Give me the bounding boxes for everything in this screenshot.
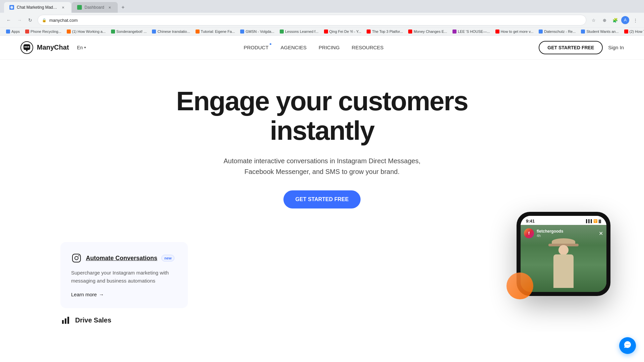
refresh-button[interactable]: ↻ (25, 15, 35, 25)
back-button[interactable]: ← (4, 15, 13, 25)
bookmark-10[interactable]: Money Changes E... (406, 29, 449, 34)
story-close-button[interactable]: ✕ (599, 230, 603, 237)
bookmark-apps[interactable]: Apps (4, 29, 22, 34)
svg-rect-9 (65, 318, 66, 324)
profile-button[interactable]: A (621, 16, 629, 24)
nav-pricing-label: PRICING (319, 45, 340, 50)
phone-mockup-container: 9:41 ▐▐▐ 🛜 ▓ (517, 212, 617, 296)
new-tab-button[interactable]: + (118, 3, 128, 12)
bookmark-6[interactable]: GMSN - Volgda... (238, 29, 276, 34)
tab-close-inactive[interactable]: ✕ (107, 5, 112, 10)
bookmark-13-icon (539, 29, 543, 34)
nav-product[interactable]: PRODUCT (244, 45, 268, 50)
wifi-icon: 🛜 (593, 219, 597, 223)
bookmark-7-label: Lessons Learned f... (285, 29, 319, 34)
svg-point-7 (78, 255, 79, 256)
bookmark-apps-icon (6, 29, 10, 34)
card-title-automate[interactable]: Automate Conversations (86, 255, 157, 262)
bookmark-11[interactable]: LEE 'S HOUSE—... (450, 29, 492, 34)
phone-screen: 9:41 ▐▐▐ 🛜 ▓ (521, 216, 606, 292)
bookmark-5-icon (196, 29, 200, 34)
lang-selector[interactable]: En ▾ (74, 44, 89, 52)
bookmark-10-label: Money Changes E... (414, 29, 447, 34)
hero-section: Engage your customers instantly Automate… (0, 60, 644, 222)
bookmark-star[interactable]: ☆ (589, 15, 598, 25)
forward-button[interactable]: → (15, 15, 24, 25)
lang-chevron: ▾ (84, 46, 86, 49)
bookmark-1-icon (25, 29, 29, 34)
card-badge-new: new (161, 255, 174, 261)
card-description-automate: Supercharge your Instagram marketing wit… (71, 269, 177, 285)
svg-rect-5 (72, 254, 80, 262)
bookmark-15[interactable]: (2) How To Add ... (622, 29, 644, 34)
bookmark-5-label: Tutorial: Eigene Fa... (201, 29, 235, 34)
bookmark-1-label: Phone Recycling... (31, 29, 61, 34)
tab-title-active: Chat Marketing Made Easy w... (17, 5, 58, 10)
address-bar-row: ← → ↻ 🔒 manychat.com ☆ ⊕ 🧩 A ⋮ (0, 13, 644, 27)
address-bar[interactable]: 🔒 manychat.com (38, 15, 586, 25)
tab-title-inactive: Dashboard (85, 5, 104, 10)
website-content: ManyChat En ▾ PRODUCT AGENCIES PRICING R… (0, 36, 644, 332)
tab-active[interactable]: Chat Marketing Made Easy w... ✕ (4, 2, 71, 13)
bookmark-3-label: Sonderangebot! ... (116, 29, 147, 34)
logo-icon (20, 41, 34, 54)
bookmark-5[interactable]: Tutorial: Eigene Fa... (194, 29, 237, 34)
bookmark-4-label: Chinese translatio... (157, 29, 190, 34)
svg-point-4 (28, 46, 29, 48)
bookmark-9[interactable]: The Top 3 Platfor... (365, 29, 405, 34)
menu-button[interactable]: ⋮ (631, 15, 640, 25)
bookmark-13-label: Datenschutz - Re... (544, 29, 576, 34)
bookmark-8-icon (324, 29, 328, 34)
learn-more-text: Learn more (71, 292, 97, 297)
bookmark-1[interactable]: Phone Recycling... (23, 29, 63, 34)
story-username: fletchergoods (537, 229, 563, 234)
nav-agencies-label: AGENCIES (281, 45, 307, 50)
bookmark-2[interactable]: (1) How Working a... (65, 29, 108, 34)
bookmark-6-icon (240, 29, 244, 34)
signal-icon: ▐▐▐ (585, 219, 592, 223)
bookmark-8[interactable]: Qing Fei De Yi - Y... (322, 29, 364, 34)
bookmark-3[interactable]: Sonderangebot! ... (109, 29, 149, 34)
phone-time: 9:41 (526, 219, 535, 224)
bookmark-3-icon (111, 29, 115, 34)
bookmark-6-label: GMSN - Volgda... (246, 29, 274, 34)
nav-get-started-button[interactable]: GET STARTED FREE (539, 41, 603, 54)
nav-resources[interactable]: RESOURCES (352, 45, 384, 50)
nav-sign-in-button[interactable]: Sign In (608, 45, 624, 50)
bookmark-12[interactable]: How to get more v... (493, 29, 536, 34)
svg-rect-10 (67, 317, 69, 324)
tab-inactive[interactable]: Dashboard ✕ (72, 2, 118, 13)
battery-icon: ▓ (599, 219, 601, 223)
bookmark-2-label: (1) How Working a... (72, 29, 106, 34)
bookmark-12-label: How to get more v... (501, 29, 534, 34)
bookmark-8-label: Qing Fei De Yi - Y... (329, 29, 362, 34)
zoom-button[interactable]: ⊕ (600, 15, 609, 25)
bookmark-11-label: LEE 'S HOUSE—... (458, 29, 490, 34)
story-time: 4h (537, 234, 563, 238)
phone-story-header: f fletchergoods 4h ✕ (524, 228, 603, 238)
nav-buttons: ← → ↻ (4, 15, 35, 25)
bookmark-9-icon (367, 29, 371, 34)
bookmark-2-icon (67, 29, 71, 34)
nav-pricing[interactable]: PRICING (319, 45, 340, 50)
hero-title: Engage your customers instantly (171, 86, 473, 145)
site-logo[interactable]: ManyChat (20, 41, 69, 54)
hero-cta-button[interactable]: GET STARTED FREE (283, 190, 361, 208)
card-learn-more-link[interactable]: Learn more → (71, 292, 177, 297)
chart-icon (60, 315, 71, 325)
bookmark-7[interactable]: Lessons Learned f... (278, 29, 321, 34)
story-user: f fletchergoods 4h (524, 228, 563, 238)
drive-sales-label: Drive Sales (75, 316, 111, 324)
story-avatar: f (524, 228, 534, 238)
bookmark-4[interactable]: Chinese translatio... (150, 29, 192, 34)
bookmark-15-label: (2) How To Add ... (630, 29, 644, 34)
extension-button[interactable]: 🧩 (610, 15, 620, 25)
bookmark-14[interactable]: Student Wants an... (579, 29, 621, 34)
feature-card-automate: Automate Conversations new Supercharge y… (60, 242, 188, 308)
bookmark-13[interactable]: Datenschutz - Re... (537, 29, 578, 34)
nav-product-dot (270, 43, 271, 45)
nav-agencies[interactable]: AGENCIES (281, 45, 307, 50)
browser-chrome: Chat Marketing Made Easy w... ✕ Dashboar… (0, 0, 644, 36)
phone-icons: ▐▐▐ 🛜 ▓ (585, 219, 601, 223)
tab-close-active[interactable]: ✕ (60, 5, 66, 10)
